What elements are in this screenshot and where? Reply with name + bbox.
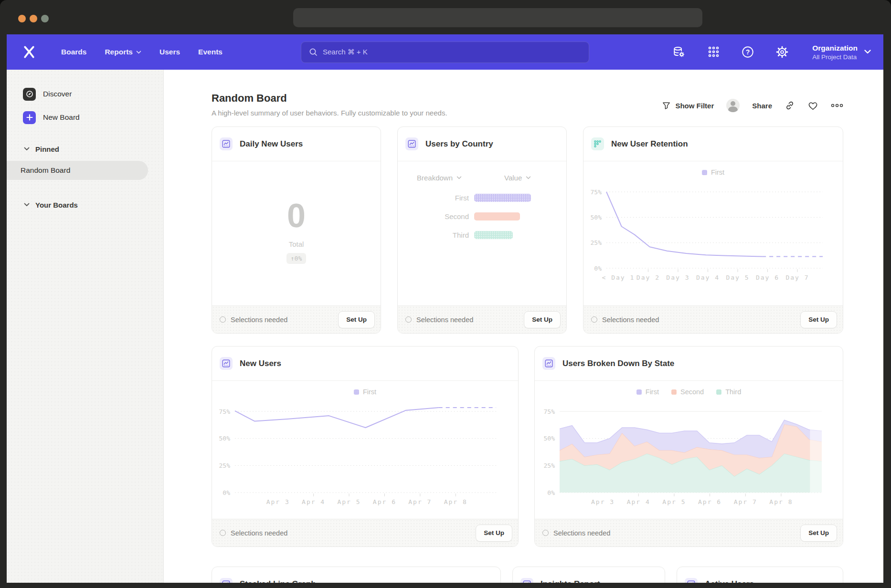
nav-actions: ? Organization All P — [672, 43, 871, 61]
help-icon: ? — [741, 45, 754, 59]
share-button[interactable]: Share — [752, 102, 772, 110]
legend-item-third: Third — [716, 388, 741, 396]
show-filter-button[interactable]: Show Filter — [662, 101, 714, 110]
retention-line-chart: 75%50%25%0%< Day 1Day 2Day 3Day 4Day 5Da… — [583, 178, 828, 292]
svg-text:Apr 6: Apr 6 — [698, 498, 721, 505]
chevron-down-icon — [526, 176, 531, 179]
set-up-button[interactable]: Set Up — [524, 311, 561, 328]
sidebar-item-label: Discover — [43, 90, 72, 98]
legend-swatch — [354, 389, 359, 395]
sidebar-section-label: Pinned — [35, 145, 59, 153]
sidebar-section-pinned[interactable]: Pinned — [7, 143, 163, 155]
settings-button[interactable] — [775, 45, 789, 59]
mixpanel-logo[interactable] — [22, 45, 36, 59]
plus-icon — [23, 111, 36, 124]
nav-link-boards[interactable]: Boards — [61, 48, 86, 56]
svg-text:75%: 75% — [219, 408, 231, 415]
chart-legend: First — [583, 167, 843, 178]
search-input[interactable]: Search ⌘ + K — [301, 42, 589, 63]
set-up-button[interactable]: Set Up — [800, 525, 837, 542]
more-options-icon[interactable] — [831, 104, 843, 107]
traffic-light-2[interactable] — [41, 15, 49, 22]
sidebar-section-your-boards[interactable]: Your Boards — [7, 199, 163, 210]
sidebar-item-discover[interactable]: Discover — [7, 87, 163, 101]
chevron-down-icon — [864, 50, 871, 54]
bar-row-second[interactable]: Second — [398, 212, 566, 220]
card-new-users: New Users First 75%50%25%0%Apr 3Apr 4Apr… — [212, 346, 519, 547]
set-up-button[interactable]: Set Up — [476, 525, 512, 542]
traffic-light-0[interactable] — [18, 15, 26, 22]
bar-label: First — [398, 194, 474, 202]
svg-text:Apr 6: Apr 6 — [373, 498, 396, 505]
help-button[interactable]: ? — [741, 45, 755, 59]
svg-text:25%: 25% — [544, 462, 555, 469]
bar-row-first[interactable]: First — [398, 193, 566, 202]
svg-text:Apr 7: Apr 7 — [734, 498, 757, 505]
sidebar-item-label: Random Board — [21, 166, 70, 175]
window-bottom-frame — [0, 583, 891, 588]
svg-text:Apr 8: Apr 8 — [769, 498, 793, 505]
card-title: New Users — [240, 359, 281, 368]
bar-row-third[interactable]: Third — [398, 231, 566, 239]
line-chart-icon — [405, 137, 418, 150]
nav-link-reports[interactable]: Reports — [105, 48, 141, 56]
favorite-heart-icon[interactable] — [807, 101, 818, 111]
svg-text:0%: 0% — [547, 489, 555, 496]
value-column[interactable]: Value — [504, 174, 531, 182]
new-users-line-chart: 75%50%25%0%Apr 3Apr 4Apr 5Apr 6Apr 7Apr … — [212, 397, 504, 516]
svg-text:Day 7: Day 7 — [785, 274, 809, 281]
status-circle-icon — [542, 530, 549, 536]
svg-text:75%: 75% — [591, 189, 602, 196]
chevron-down-icon — [456, 176, 462, 179]
search-icon — [309, 48, 318, 56]
chart-legend: First — [212, 387, 518, 397]
value-bar — [474, 194, 531, 202]
svg-text:Apr 5: Apr 5 — [662, 498, 686, 505]
sidebar-item-random-board[interactable]: Random Board — [7, 161, 148, 180]
avatar[interactable] — [726, 99, 740, 112]
svg-text:50%: 50% — [591, 214, 602, 221]
sidebar-item-new-board[interactable]: New Board — [7, 111, 163, 124]
apps-grid-button[interactable] — [706, 45, 721, 59]
svg-text:0%: 0% — [594, 265, 602, 272]
address-bar[interactable] — [293, 8, 702, 27]
search-placeholder: Search ⌘ + K — [323, 48, 368, 56]
card-users-by-state: Users Broken Down By State FirstSecondTh… — [534, 346, 843, 547]
set-up-button[interactable]: Set Up — [338, 311, 375, 328]
value-bar — [474, 212, 520, 220]
nav-link-events[interactable]: Events — [198, 48, 223, 56]
sidebar: Discover New Board Pinned Random Board — [7, 70, 164, 588]
window-titlebar — [0, 0, 891, 34]
data-management-button[interactable] — [672, 45, 686, 59]
svg-text:Apr 3: Apr 3 — [266, 498, 290, 505]
card-title: Daily New Users — [240, 139, 303, 149]
svg-text:Day 6: Day 6 — [756, 274, 779, 281]
chevron-down-icon — [136, 51, 141, 54]
status-text: Selections needed — [553, 529, 610, 537]
board-header: Random Board A high-level summary of use… — [212, 92, 843, 117]
card-title: Users Broken Down By State — [562, 359, 674, 368]
card-footer: Selections needed Set Up — [212, 305, 381, 333]
breakdown-column[interactable]: Breakdown — [417, 174, 504, 182]
svg-text:?: ? — [746, 48, 750, 56]
bar-rows: FirstSecondThird — [398, 193, 566, 239]
line-chart-icon — [220, 137, 233, 150]
svg-text:Apr 8: Apr 8 — [444, 498, 467, 505]
status-text: Selections needed — [231, 529, 287, 537]
legend-item-first: First — [702, 168, 724, 176]
card-title: New User Retention — [611, 139, 688, 149]
status-text: Selections needed — [602, 316, 659, 324]
nav-link-users[interactable]: Users — [159, 48, 180, 56]
svg-text:Apr 4: Apr 4 — [627, 498, 650, 505]
org-switcher[interactable]: Organization All Project Data — [812, 43, 871, 61]
set-up-button[interactable]: Set Up — [800, 311, 837, 328]
copy-link-icon[interactable] — [785, 100, 795, 111]
card-footer: Selections needed Set Up — [535, 519, 843, 546]
card-footer: Selections needed Set Up — [212, 519, 518, 546]
state-area-chart: 75%50%25%0%Apr 3Apr 4Apr 5Apr 6Apr 7Apr … — [535, 397, 828, 516]
card-footer: Selections needed Set Up — [583, 305, 843, 333]
page-subtitle: A high-level summary of user behaviors. … — [212, 109, 447, 117]
svg-text:Apr 3: Apr 3 — [591, 498, 615, 505]
svg-text:50%: 50% — [544, 435, 555, 442]
traffic-light-1[interactable] — [30, 15, 37, 22]
